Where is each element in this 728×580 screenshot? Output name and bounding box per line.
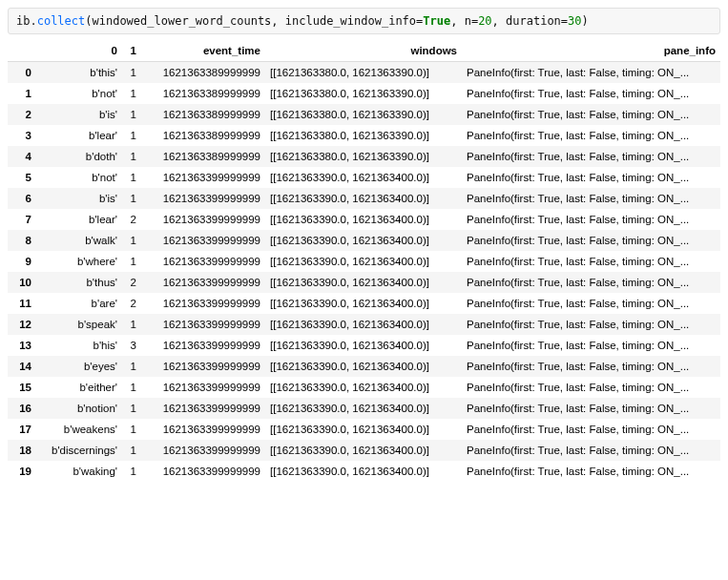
table-row: 2b'is'11621363389999999[[1621363380.0, 1… (8, 104, 720, 125)
cell-col-1: 1 (122, 125, 141, 146)
cell-pane-info: PaneInfo(first: True, last: False, timin… (462, 272, 720, 293)
cell-event-time: 1621363399999999 (141, 461, 265, 482)
cell-col-0: b'where' (36, 251, 122, 272)
cell-col-1: 1 (122, 419, 141, 440)
row-index: 9 (8, 251, 36, 272)
cell-pane-info: PaneInfo(first: True, last: False, timin… (462, 83, 720, 104)
cell-pane-info: PaneInfo(first: True, last: False, timin… (462, 167, 720, 188)
row-index: 4 (8, 146, 36, 167)
row-index: 14 (8, 356, 36, 377)
row-index: 1 (8, 83, 36, 104)
cell-col-1: 3 (122, 335, 141, 356)
cell-event-time: 1621363389999999 (141, 125, 265, 146)
cell-col-0: b'thus' (36, 272, 122, 293)
cell-col-0: b'eyes' (36, 356, 122, 377)
row-index: 19 (8, 461, 36, 482)
cell-pane-info: PaneInfo(first: True, last: False, timin… (462, 377, 720, 398)
table-row: 18b'discernings'11621363399999999[[16213… (8, 440, 720, 461)
cell-event-time: 1621363399999999 (141, 398, 265, 419)
header-row: 0 1 event_time windows pane_info (8, 40, 720, 62)
cell-col-0: b'speak' (36, 314, 122, 335)
row-index: 6 (8, 188, 36, 209)
cell-col-0: b'his' (36, 335, 122, 356)
header-col-0: 0 (36, 40, 122, 62)
cell-event-time: 1621363399999999 (141, 272, 265, 293)
cell-pane-info: PaneInfo(first: True, last: False, timin… (462, 209, 720, 230)
cell-col-1: 1 (122, 104, 141, 125)
header-col-pane-info: pane_info (462, 40, 720, 62)
table-row: 9b'where'11621363399999999[[1621363390.0… (8, 251, 720, 272)
cell-windows: [[1621363390.0, 1621363400.0)] (265, 272, 462, 293)
code-true: True (423, 14, 450, 28)
code-kwarg3: duration (506, 14, 561, 28)
cell-pane-info: PaneInfo(first: True, last: False, timin… (462, 251, 720, 272)
table-row: 6b'is'11621363399999999[[1621363390.0, 1… (8, 188, 720, 209)
code-cell: ib.collect(windowed_lower_word_counts, i… (8, 8, 720, 34)
cell-event-time: 1621363389999999 (141, 104, 265, 125)
cell-col-1: 1 (122, 230, 141, 251)
table-row: 0b'this'11621363389999999[[1621363380.0,… (8, 62, 720, 84)
table-row: 3b'lear'11621363389999999[[1621363380.0,… (8, 125, 720, 146)
cell-event-time: 1621363399999999 (141, 314, 265, 335)
cell-event-time: 1621363389999999 (141, 146, 265, 167)
cell-col-0: b'not' (36, 167, 122, 188)
table-row: 7b'lear'21621363399999999[[1621363390.0,… (8, 209, 720, 230)
cell-col-1: 1 (122, 377, 141, 398)
row-index: 15 (8, 377, 36, 398)
cell-event-time: 1621363399999999 (141, 377, 265, 398)
cell-windows: [[1621363390.0, 1621363400.0)] (265, 230, 462, 251)
table-row: 10b'thus'21621363399999999[[1621363390.0… (8, 272, 720, 293)
cell-windows: [[1621363390.0, 1621363400.0)] (265, 356, 462, 377)
table-row: 4b'doth'11621363389999999[[1621363380.0,… (8, 146, 720, 167)
cell-pane-info: PaneInfo(first: True, last: False, timin… (462, 398, 720, 419)
cell-windows: [[1621363390.0, 1621363400.0)] (265, 461, 462, 482)
cell-col-0: b'notion' (36, 398, 122, 419)
cell-windows: [[1621363390.0, 1621363400.0)] (265, 188, 462, 209)
row-index: 17 (8, 419, 36, 440)
cell-col-1: 2 (122, 209, 141, 230)
cell-windows: [[1621363380.0, 1621363390.0)] (265, 62, 462, 84)
cell-col-0: b'not' (36, 83, 122, 104)
code-arg1: windowed_lower_word_counts (93, 14, 272, 28)
cell-pane-info: PaneInfo(first: True, last: False, timin… (462, 335, 720, 356)
cell-col-1: 1 (122, 146, 141, 167)
code-object: ib (16, 14, 30, 28)
code-kwarg1: include_window_info (285, 14, 416, 28)
row-index: 11 (8, 293, 36, 314)
cell-col-1: 1 (122, 440, 141, 461)
cell-pane-info: PaneInfo(first: True, last: False, timin… (462, 356, 720, 377)
cell-col-1: 1 (122, 167, 141, 188)
row-index: 7 (8, 209, 36, 230)
cell-col-1: 2 (122, 272, 141, 293)
cell-windows: [[1621363390.0, 1621363400.0)] (265, 335, 462, 356)
header-col-event-time: event_time (141, 40, 265, 62)
cell-windows: [[1621363390.0, 1621363400.0)] (265, 419, 462, 440)
code-sep2: , (450, 14, 464, 28)
cell-pane-info: PaneInfo(first: True, last: False, timin… (462, 461, 720, 482)
code-nval: 20 (478, 14, 491, 28)
cell-pane-info: PaneInfo(first: True, last: False, timin… (462, 440, 720, 461)
header-index (8, 40, 36, 62)
cell-event-time: 1621363399999999 (141, 188, 265, 209)
cell-col-0: b'discernings' (36, 440, 122, 461)
dataframe-output: 0 1 event_time windows pane_info 0b'this… (8, 40, 720, 482)
cell-windows: [[1621363390.0, 1621363400.0)] (265, 209, 462, 230)
header-col-windows: windows (265, 40, 462, 62)
cell-col-1: 1 (122, 251, 141, 272)
row-index: 5 (8, 167, 36, 188)
cell-windows: [[1621363390.0, 1621363400.0)] (265, 293, 462, 314)
cell-event-time: 1621363389999999 (141, 83, 265, 104)
row-index: 3 (8, 125, 36, 146)
cell-col-0: b'waking' (36, 461, 122, 482)
cell-pane-info: PaneInfo(first: True, last: False, timin… (462, 104, 720, 125)
cell-col-1: 1 (122, 398, 141, 419)
table-row: 16b'notion'11621363399999999[[1621363390… (8, 398, 720, 419)
table-row: 15b'either'11621363399999999[[1621363390… (8, 377, 720, 398)
cell-col-0: b'doth' (36, 146, 122, 167)
cell-windows: [[1621363390.0, 1621363400.0)] (265, 377, 462, 398)
cell-col-0: b'are' (36, 293, 122, 314)
cell-pane-info: PaneInfo(first: True, last: False, timin… (462, 419, 720, 440)
code-eq3: = (561, 14, 568, 28)
table-row: 1b'not'11621363389999999[[1621363380.0, … (8, 83, 720, 104)
cell-windows: [[1621363390.0, 1621363400.0)] (265, 251, 462, 272)
